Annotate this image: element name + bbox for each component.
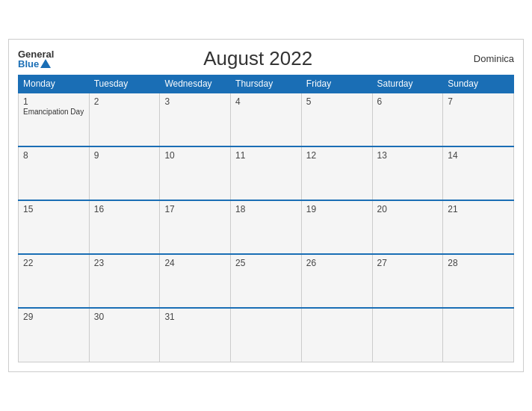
country-name: Dominica <box>462 53 514 64</box>
logo: General Blue <box>18 49 54 69</box>
calendar-cell: 26 <box>301 254 372 308</box>
calendar-container: General Blue August 2022 Dominica Monday… <box>8 39 524 372</box>
event-label: Emancipation Day <box>23 108 84 116</box>
calendar-cell: 12 <box>301 146 372 200</box>
weekday-header-friday: Friday <box>301 75 372 93</box>
calendar-cell: 11 <box>231 146 302 200</box>
week-row-3: 15161718192021 <box>19 200 514 254</box>
weekday-header-sunday: Sunday <box>443 75 514 93</box>
day-number: 2 <box>94 96 155 107</box>
week-row-1: 1Emancipation Day234567 <box>19 93 514 146</box>
day-number: 18 <box>235 204 297 214</box>
calendar-cell: 4 <box>231 93 302 146</box>
calendar-cell: 29 <box>19 308 90 362</box>
calendar-cell: 6 <box>372 93 443 146</box>
calendar-cell: 5 <box>301 93 372 146</box>
day-number: 10 <box>164 150 226 161</box>
calendar-cell: 25 <box>231 254 302 308</box>
calendar-cell: 24 <box>160 254 231 308</box>
calendar-cell: 17 <box>160 200 231 254</box>
logo-blue-text: Blue <box>18 59 54 69</box>
calendar-cell <box>231 308 302 362</box>
day-number: 5 <box>306 96 368 107</box>
calendar-cell: 28 <box>443 254 514 308</box>
day-number: 29 <box>23 312 84 322</box>
day-number: 30 <box>94 312 155 322</box>
day-number: 8 <box>23 150 84 161</box>
day-number: 25 <box>235 258 297 268</box>
week-row-4: 22232425262728 <box>19 254 514 308</box>
day-number: 27 <box>377 258 439 268</box>
calendar-cell: 23 <box>89 254 160 308</box>
week-row-5: 293031 <box>19 308 514 362</box>
calendar-cell: 31 <box>160 308 231 362</box>
day-number: 1 <box>23 96 84 107</box>
calendar-cell: 15 <box>19 200 90 254</box>
day-number: 11 <box>235 150 297 161</box>
day-number: 19 <box>306 204 368 214</box>
calendar-cell: 8 <box>19 146 90 200</box>
day-number: 7 <box>448 96 509 107</box>
weekday-header-tuesday: Tuesday <box>89 75 160 93</box>
calendar-cell <box>443 308 514 362</box>
logo-general-text: General <box>18 49 54 59</box>
weekday-header-monday: Monday <box>19 75 90 93</box>
month-title: August 2022 <box>54 47 462 70</box>
calendar-cell: 1Emancipation Day <box>19 93 90 146</box>
day-number: 31 <box>164 312 226 322</box>
day-number: 28 <box>448 258 509 268</box>
day-number: 13 <box>377 150 439 161</box>
calendar-cell: 27 <box>372 254 443 308</box>
calendar-cell: 10 <box>160 146 231 200</box>
calendar-header: General Blue August 2022 Dominica <box>18 47 514 70</box>
calendar-cell: 14 <box>443 146 514 200</box>
calendar-cell: 19 <box>301 200 372 254</box>
calendar-cell: 30 <box>89 308 160 362</box>
calendar-cell: 13 <box>372 146 443 200</box>
day-number: 12 <box>306 150 368 161</box>
day-number: 20 <box>377 204 439 214</box>
day-number: 24 <box>164 258 226 268</box>
calendar-cell: 2 <box>89 93 160 146</box>
day-number: 23 <box>94 258 155 268</box>
day-number: 14 <box>448 150 509 161</box>
logo-triangle-icon <box>40 59 51 68</box>
day-number: 4 <box>235 96 297 107</box>
day-number: 15 <box>23 204 84 214</box>
day-number: 26 <box>306 258 368 268</box>
calendar-cell: 21 <box>443 200 514 254</box>
weekday-header-thursday: Thursday <box>231 75 302 93</box>
calendar-cell <box>372 308 443 362</box>
day-number: 9 <box>94 150 155 161</box>
week-row-2: 891011121314 <box>19 146 514 200</box>
day-number: 6 <box>377 96 439 107</box>
day-number: 22 <box>23 258 84 268</box>
calendar-cell: 3 <box>160 93 231 146</box>
weekday-header-saturday: Saturday <box>372 75 443 93</box>
weekday-header-row: MondayTuesdayWednesdayThursdayFridaySatu… <box>19 75 514 93</box>
day-number: 16 <box>94 204 155 214</box>
day-number: 21 <box>448 204 509 214</box>
day-number: 3 <box>164 96 226 107</box>
calendar-cell: 20 <box>372 200 443 254</box>
weekday-header-wednesday: Wednesday <box>160 75 231 93</box>
day-number: 17 <box>164 204 226 214</box>
calendar-cell: 7 <box>443 93 514 146</box>
calendar-cell <box>301 308 372 362</box>
calendar-cell: 16 <box>89 200 160 254</box>
calendar-cell: 9 <box>89 146 160 200</box>
calendar-cell: 22 <box>19 254 90 308</box>
calendar-cell: 18 <box>231 200 302 254</box>
calendar-table: MondayTuesdayWednesdayThursdayFridaySatu… <box>18 75 514 362</box>
